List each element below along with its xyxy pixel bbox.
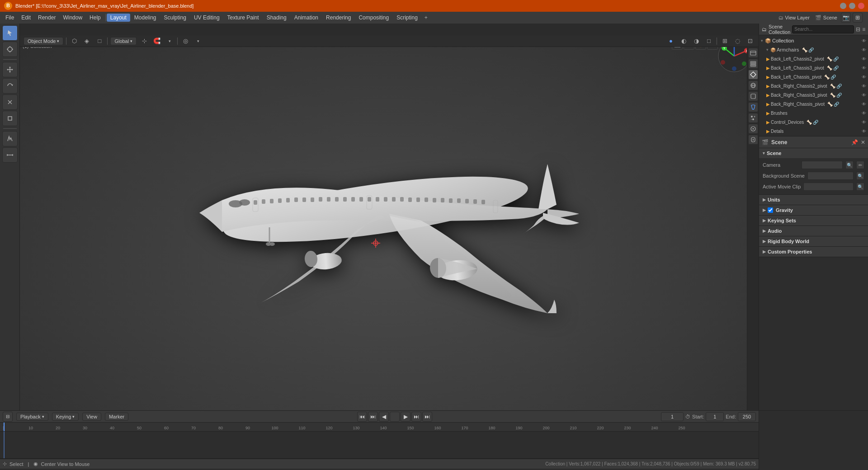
stop-button[interactable]	[390, 412, 400, 422]
menu-help[interactable]: Help	[86, 14, 104, 22]
select-mode-face[interactable]: □	[94, 36, 104, 46]
object-mode-button[interactable]: Object Mode ▾	[24, 37, 63, 45]
start-frame-input[interactable]	[706, 412, 724, 421]
prop-tab-scene[interactable]	[748, 70, 758, 80]
outliner-eye-brc3[interactable]: 👁	[862, 93, 866, 98]
outliner-filter-button[interactable]: ⊟	[856, 26, 860, 33]
movieclip-value[interactable]	[803, 183, 854, 191]
outliner-eye-blc3[interactable]: 👁	[862, 66, 866, 70]
view-menu-button[interactable]: View	[82, 413, 101, 421]
viewport-shading-solid[interactable]: ●	[666, 36, 676, 46]
outliner-eye-brc[interactable]: 👁	[862, 102, 866, 107]
outliner-eye-control[interactable]: 👁	[862, 120, 866, 125]
marker-menu-button[interactable]: Marker	[105, 413, 128, 421]
viewport-shading-material[interactable]: ◐	[679, 36, 689, 46]
props-gravity-header[interactable]: ▶ Gravity	[759, 205, 868, 215]
timeline-content[interactable]	[0, 432, 759, 459]
outliner-item-blc2[interactable]: ▶ Back_Left_Chassis2_pivot 🦴 🔗 👁	[759, 54, 868, 63]
close-button[interactable]: ✕	[858, 3, 864, 9]
show-gizmo-button[interactable]: ⊞	[720, 36, 730, 46]
editor-type-button[interactable]: ⊞	[853, 13, 863, 23]
outliner-item-collection[interactable]: ▾ 📦 Collection 👁	[759, 36, 868, 45]
tool-scale[interactable]	[2, 94, 18, 110]
add-workspace-button[interactable]: +	[422, 14, 430, 22]
end-frame-input[interactable]	[738, 412, 756, 421]
jump-next-keyframe[interactable]: ⏭	[411, 412, 421, 422]
proportional-edit-button[interactable]: ◎	[180, 36, 190, 46]
outliner-item-devices[interactable]: ▶ Devices 👁	[759, 136, 868, 136]
timeline-ruler[interactable]: 1 10 20 30 40 50 60 70 80 90 100 110 120…	[0, 423, 759, 432]
tool-cursor[interactable]	[2, 42, 18, 57]
outliner-item-blc[interactable]: ▶ Back_Left_Chassis_pivot 🦴 🔗 👁	[759, 72, 868, 81]
tool-move[interactable]	[2, 62, 18, 77]
playback-menu-button[interactable]: Playback ▾	[16, 413, 48, 421]
tab-rendering[interactable]: Rendering	[322, 14, 354, 22]
select-mode-edge[interactable]: ◈	[82, 36, 92, 46]
tab-scripting[interactable]: Scripting	[393, 14, 421, 22]
viewport-3d[interactable]: .grid-line { stroke: #4a4a4a; stroke-wid…	[20, 35, 759, 410]
outliner-item-blc3[interactable]: ▶ Back_Left_Chassis3_pivot 🦴 🔗 👁	[759, 63, 868, 72]
gravity-checkbox[interactable]	[768, 207, 773, 213]
props-units-header[interactable]: ▶ Units	[759, 195, 868, 205]
prop-tab-modifier[interactable]	[748, 102, 758, 112]
props-keyingsets-header[interactable]: ▶ Keying Sets	[759, 216, 868, 226]
menu-edit[interactable]: Edit	[18, 14, 34, 22]
bgscene-value[interactable]	[807, 172, 854, 180]
current-frame-input[interactable]	[661, 412, 684, 421]
tool-select[interactable]	[2, 25, 18, 41]
minimize-button[interactable]: —	[840, 3, 846, 9]
props-scene-header[interactable]: ▾ Scene	[759, 148, 868, 158]
prop-tab-world[interactable]	[748, 80, 758, 90]
prop-tab-particles[interactable]	[748, 113, 758, 123]
outliner-sort-button[interactable]: ≡	[862, 26, 865, 33]
tab-texture-paint[interactable]: Texture Paint	[224, 14, 263, 22]
outliner-eye-armchairs[interactable]: 👁	[862, 47, 866, 52]
outliner-eye-blc2[interactable]: 👁	[862, 56, 866, 61]
prop-tab-viewlayer[interactable]	[748, 59, 758, 69]
outliner-eye-brc2[interactable]: 👁	[862, 84, 866, 89]
tab-compositing[interactable]: Compositing	[355, 14, 392, 22]
pivot-point-button[interactable]: ⊹	[139, 36, 149, 46]
outliner-item-brc[interactable]: ▶ Back_Right_Chassis_pivot 🦴 🔗 👁	[759, 99, 868, 108]
tool-transform[interactable]	[2, 111, 18, 126]
outliner-item-armchairs[interactable]: ▾ 📦 Armchairs 🦴 🔗 👁	[759, 45, 868, 54]
props-rbw-header[interactable]: ▶ Rigid Body World	[759, 236, 868, 246]
timeline-editor-type[interactable]: ⊟	[3, 412, 13, 422]
global-transform-button[interactable]: Global ▾	[110, 37, 137, 45]
prop-tab-object[interactable]	[748, 91, 758, 101]
menu-window[interactable]: Window	[59, 14, 86, 22]
props-expand-button[interactable]: ✕	[861, 139, 865, 146]
movieclip-browse-button[interactable]: 🔍	[856, 183, 864, 191]
camera-value[interactable]	[802, 161, 843, 169]
bgscene-browse-button[interactable]: 🔍	[856, 172, 864, 180]
xray-toggle-button[interactable]: ⊡	[745, 36, 755, 46]
outliner-item-detals[interactable]: ▶ Detals 👁	[759, 127, 868, 136]
keying-menu-button[interactable]: Keying ▾	[52, 413, 79, 421]
prop-tab-constraints[interactable]	[748, 135, 758, 145]
prop-falloff-button[interactable]: ▾	[193, 36, 203, 46]
outliner-eye-collection[interactable]: 👁	[862, 38, 866, 43]
jump-prev-keyframe[interactable]: ⏭	[368, 412, 378, 422]
outliner-item-brushes[interactable]: ▶ Brushes 👁	[759, 108, 868, 118]
viewport-shading-wireframe[interactable]: □	[704, 36, 714, 46]
menu-render[interactable]: Render	[34, 14, 59, 22]
tool-measure[interactable]	[2, 147, 18, 163]
menu-file[interactable]: File	[2, 14, 18, 22]
outliner-eye-brushes[interactable]: 👁	[862, 111, 866, 116]
tab-shading[interactable]: Shading	[263, 14, 290, 22]
snap-button[interactable]: 🧲	[152, 36, 162, 46]
outliner-item-brc3[interactable]: ▶ Back_Right_Chassis3_pivot 🦴 🔗 👁	[759, 90, 868, 99]
outliner-eye-blc[interactable]: 👁	[862, 75, 866, 80]
show-overlays-button[interactable]: ◌	[732, 36, 742, 46]
props-custprops-header[interactable]: ▶ Custom Properties	[759, 247, 868, 257]
select-mode-vertex[interactable]: ⬡	[69, 36, 79, 46]
snap-increment-button[interactable]: ▾	[165, 36, 175, 46]
camera-browse-button[interactable]: 🔍	[845, 161, 854, 169]
outliner-item-control[interactable]: ▶ Control_Devices 🦴 🔗 👁	[759, 118, 868, 127]
outliner-item-brc2[interactable]: ▶ Back_Right_Chassis2_pivot 🦴 🔗 👁	[759, 81, 868, 90]
tab-sculpting[interactable]: Sculpting	[160, 14, 190, 22]
tab-modeling[interactable]: Modeling	[131, 14, 160, 22]
outliner-eye-detals[interactable]: 👁	[862, 129, 866, 134]
rewind-button[interactable]: ◀	[379, 412, 389, 422]
tab-layout[interactable]: Layout	[107, 14, 130, 22]
